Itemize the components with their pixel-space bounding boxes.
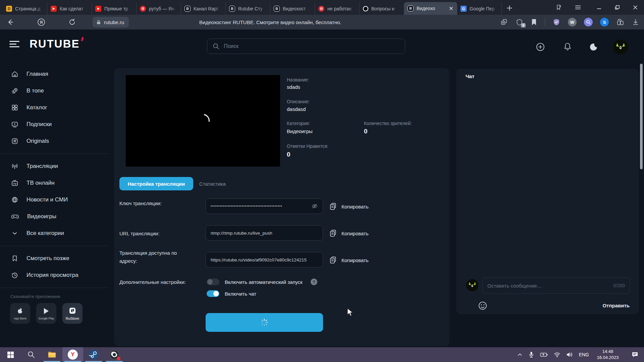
start-button[interactable] bbox=[0, 347, 21, 362]
upload-video-icon[interactable] bbox=[535, 42, 545, 52]
tab-yandex-notworking[interactable]: Я не работае bbox=[315, 3, 360, 15]
chat-message-input[interactable] bbox=[487, 283, 610, 289]
sidebar-item-originals[interactable]: R Originals bbox=[0, 133, 109, 149]
stream-address-input[interactable] bbox=[211, 257, 318, 262]
copy-stream-url-button[interactable]: Копировать bbox=[329, 229, 369, 238]
copy-stream-address-button[interactable]: Копировать bbox=[329, 256, 369, 264]
wikipedia-extension-icon[interactable]: W bbox=[568, 18, 577, 26]
tab-rutube-hosting[interactable]: R Видеохост bbox=[270, 3, 315, 15]
chat-toggle[interactable] bbox=[207, 290, 219, 297]
refresh-button[interactable] bbox=[66, 18, 78, 26]
autostart-toggle[interactable] bbox=[207, 279, 219, 285]
tab-rutube-studio[interactable]: R Rutube Сту bbox=[226, 3, 270, 15]
dark-theme-moon-icon[interactable] bbox=[589, 42, 598, 52]
extensions-shield[interactable]: 5 bbox=[516, 18, 523, 26]
rustore-badge[interactable]: RuStore bbox=[62, 303, 83, 324]
stream-key-field[interactable]: ••••••••••••••••••••••••••••••••••••••••… bbox=[206, 198, 323, 214]
shazam-extension-icon[interactable]: S bbox=[600, 18, 609, 26]
copy-stream-key-button[interactable]: Копировать bbox=[329, 202, 369, 211]
tab-title: Канал Rapt bbox=[194, 6, 222, 11]
sidebar-item-tv[interactable]: TV ТВ онлайн bbox=[0, 175, 109, 191]
file-explorer-icon bbox=[48, 351, 56, 359]
tab-statistics[interactable]: Статистика bbox=[194, 177, 231, 190]
tab-questions[interactable]: Вопросы и bbox=[360, 3, 404, 15]
collections-icon[interactable] bbox=[616, 18, 625, 26]
tab-youtube-1[interactable]: Как сделат bbox=[47, 3, 92, 15]
video-player[interactable] bbox=[126, 75, 280, 167]
bookmark-flag-icon[interactable] bbox=[531, 18, 537, 26]
rutube-logo[interactable]: RUTUBE bbox=[30, 38, 80, 50]
submit-button-loading[interactable] bbox=[206, 313, 323, 332]
back-button[interactable] bbox=[5, 18, 16, 26]
sidebar-item-news[interactable]: Новости и СМИ bbox=[0, 191, 109, 208]
tab-yandex-search[interactable]: Я рутуб — Ян bbox=[137, 3, 181, 15]
wifi-tray-icon[interactable] bbox=[554, 352, 560, 358]
shared-tabs-icon[interactable] bbox=[500, 18, 508, 26]
address-bar[interactable]: rutube.ru bbox=[93, 17, 129, 27]
stream-category-value: Видеоигры bbox=[287, 128, 313, 134]
bookmarks-panel-icon[interactable] bbox=[555, 4, 562, 11]
emoji-button[interactable] bbox=[478, 301, 488, 311]
tab-rutube-active[interactable]: R Видеохо bbox=[404, 2, 457, 15]
new-tab-button[interactable] bbox=[504, 2, 515, 14]
search-icon bbox=[27, 351, 35, 359]
sidebar-item-watch-later[interactable]: Смотреть позже bbox=[0, 250, 109, 267]
address-url: rutube.ru bbox=[104, 19, 124, 25]
tabbar-right-controls bbox=[555, 0, 644, 15]
notifications-bell-icon[interactable] bbox=[563, 42, 572, 52]
google-play-badge[interactable]: Google Play bbox=[36, 303, 56, 324]
taskbar-file-explorer[interactable] bbox=[42, 347, 62, 362]
downloads-icon[interactable] bbox=[632, 18, 639, 26]
sidebar-item-history[interactable]: История просмотра bbox=[0, 267, 109, 284]
tab-rutube-channel[interactable]: R Канал Rapt bbox=[181, 3, 226, 15]
sidebar-item-games[interactable]: Видеоигры bbox=[0, 208, 109, 225]
visual-search-extension-icon[interactable] bbox=[584, 18, 593, 26]
minimize-icon[interactable] bbox=[596, 5, 602, 10]
search-bar[interactable] bbox=[207, 39, 405, 54]
close-window-icon[interactable] bbox=[633, 5, 638, 10]
eye-off-icon[interactable] bbox=[311, 203, 318, 209]
tab-google-translate[interactable]: G Google Пер bbox=[457, 3, 502, 15]
taskbar-steam[interactable] bbox=[83, 347, 104, 362]
sidebar-item-streams[interactable]: Трансляции bbox=[0, 158, 109, 175]
stream-settings-card: Название: sdads Описание: dasdasd Катего… bbox=[114, 68, 449, 346]
sidebar-item-home[interactable]: Главная bbox=[0, 66, 109, 82]
sidebar-item-subscriptions[interactable]: Подписки bbox=[0, 116, 109, 133]
stream-url-input[interactable] bbox=[211, 231, 318, 236]
keyboard-language-indicator[interactable]: ENG bbox=[579, 352, 589, 357]
yandex-home-button[interactable]: Я bbox=[36, 18, 47, 26]
taskbar-obs[interactable] bbox=[104, 347, 125, 362]
maximize-icon[interactable] bbox=[614, 5, 620, 10]
page-scrollbar-thumb[interactable] bbox=[640, 64, 643, 169]
tab-donationalerts[interactable]: D Страница д bbox=[3, 3, 47, 15]
stream-address-field[interactable] bbox=[206, 252, 323, 267]
sidebar-item-catalog[interactable]: Каталог bbox=[0, 99, 109, 116]
sidebar-item-all-categories[interactable]: Все категории bbox=[0, 225, 109, 242]
smartbox-page-title[interactable]: Видеохостинг RUTUBE. Смотрите видео онла… bbox=[199, 15, 341, 29]
browser-menu-icon[interactable] bbox=[574, 4, 582, 11]
sidebar-item-top[interactable]: В топе bbox=[0, 82, 109, 99]
protect-shield-icon[interactable] bbox=[552, 18, 560, 26]
toolbar-right-icons: 5 W S bbox=[500, 15, 639, 29]
autostart-help-icon[interactable]: ? bbox=[311, 279, 317, 285]
taskbar-search-button[interactable] bbox=[21, 347, 42, 362]
tab-youtube-2[interactable]: Прямые тр bbox=[92, 3, 137, 15]
app-store-badge[interactable]: App Store bbox=[10, 303, 30, 324]
send-message-button[interactable]: Отправить bbox=[602, 303, 630, 308]
rutube-logo-accent bbox=[81, 37, 84, 42]
close-tab-icon[interactable] bbox=[448, 6, 454, 11]
hidden-icons-chevron[interactable] bbox=[517, 352, 523, 357]
search-input[interactable] bbox=[224, 43, 399, 49]
user-avatar[interactable] bbox=[613, 40, 628, 54]
sidebar-label: ТВ онлайн bbox=[26, 180, 55, 186]
chat-message-field[interactable]: 0/200 bbox=[482, 278, 630, 294]
stream-url-field[interactable] bbox=[206, 225, 323, 241]
microphone-tray-icon[interactable] bbox=[528, 351, 534, 358]
taskbar-clock[interactable]: 14:48 16.04.2023 bbox=[595, 349, 621, 360]
menu-burger-icon[interactable] bbox=[9, 41, 19, 48]
battery-tray-icon[interactable] bbox=[540, 352, 548, 358]
action-center-icon[interactable] bbox=[631, 351, 639, 358]
tab-stream-settings[interactable]: Настройка трансляции bbox=[119, 177, 193, 190]
taskbar-yandex-browser[interactable]: Y bbox=[62, 347, 83, 362]
volume-tray-icon[interactable] bbox=[566, 352, 573, 358]
